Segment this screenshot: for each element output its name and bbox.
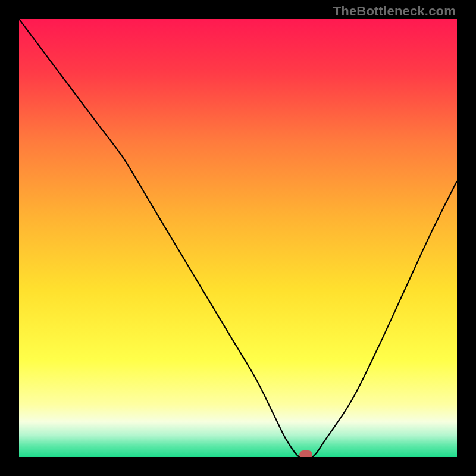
chart-stage: TheBottleneck.com xyxy=(0,0,476,476)
optimal-point-marker xyxy=(299,450,312,457)
watermark-label: TheBottleneck.com xyxy=(333,4,456,19)
bottleneck-curve xyxy=(19,19,457,457)
plot-area xyxy=(19,19,457,457)
